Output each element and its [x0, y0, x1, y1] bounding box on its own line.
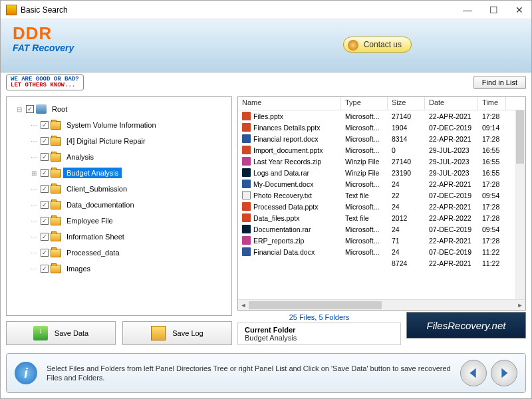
tree-checkbox[interactable]: ✓: [26, 105, 34, 113]
tree-checkbox[interactable]: ✓: [41, 153, 49, 161]
find-in-list-button[interactable]: Find in List: [473, 76, 526, 89]
save-log-button[interactable]: Save Log: [122, 321, 232, 345]
tree-root[interactable]: ⊟ ✓ Root: [9, 101, 229, 117]
list-row[interactable]: Logs and Data.rarWinzip File2319029-JUL-…: [238, 167, 525, 178]
minimize-button[interactable]: —: [460, 5, 475, 15]
col-name[interactable]: Name: [238, 97, 341, 110]
list-row[interactable]: Processed Data.pptxMicrosoft...2422-APR-…: [238, 201, 525, 212]
list-row[interactable]: Documentation.rarMicrosoft...2407-DEC-20…: [238, 223, 525, 235]
save-data-button[interactable]: Save Data: [6, 321, 116, 345]
tree-checkbox[interactable]: ✓: [41, 249, 49, 257]
list-row[interactable]: My-Document.docxMicrosoft...2422-APR-202…: [238, 178, 525, 190]
list-row[interactable]: Finances Details.pptxMicrosoft...190407-…: [238, 122, 525, 133]
folder-icon: [51, 185, 61, 194]
tree-connector: ⋯: [29, 122, 39, 129]
footer: i Select Files and Folders from left Pan…: [6, 353, 526, 393]
tree-expand-icon[interactable]: ⊞: [29, 170, 39, 177]
scroll-right-icon[interactable]: ►: [515, 302, 525, 309]
cell-date: 22-APR-2021: [425, 237, 478, 245]
tree-item[interactable]: ⋯✓System Volume Information: [9, 117, 229, 133]
ps-file-icon: [242, 168, 251, 177]
cell-time: 09:54: [478, 225, 506, 233]
cell-type: Microsoft...: [341, 146, 388, 154]
tree-checkbox[interactable]: ✓: [41, 265, 49, 273]
cell-type: Microsoft...: [341, 135, 388, 143]
pptx-file-icon: [242, 112, 251, 120]
file-list[interactable]: Name Type Size Date Time Files.pptxMicro…: [237, 96, 526, 311]
save-log-icon: [151, 326, 166, 340]
scrollbar-thumb[interactable]: [249, 301, 382, 309]
footer-text: Select Files and Folders from left Panel…: [47, 364, 460, 382]
tree-item[interactable]: ⋯✓Analysis: [9, 149, 229, 165]
drive-icon: [36, 104, 47, 114]
current-folder-box: Current Folder Budget Analysis: [237, 323, 401, 345]
tree-checkbox[interactable]: ✓: [41, 137, 49, 145]
pptx-file-icon: [242, 146, 251, 154]
list-row[interactable]: Import_document.pptxMicrosoft...029-JUL-…: [238, 144, 525, 156]
maximize-button[interactable]: ☐: [487, 5, 501, 15]
tree-connector: ⋯: [29, 201, 39, 209]
vertical-scrollbar[interactable]: [515, 110, 525, 299]
cell-date: 22-APR-2021: [425, 180, 478, 188]
back-button[interactable]: [460, 360, 487, 386]
list-row[interactable]: Financial report.docxMicrosoft...831422-…: [238, 133, 525, 144]
cell-date: 29-JUL-2023: [425, 158, 478, 166]
tree-item[interactable]: ⋯✓Data_documentation: [9, 197, 229, 213]
tree-item[interactable]: ⋯✓Employee File: [9, 213, 229, 229]
tree-checkbox[interactable]: ✓: [41, 169, 49, 177]
current-folder-value: Budget Analysis: [245, 334, 394, 342]
zip-file-icon: [242, 236, 251, 245]
scroll-left-icon[interactable]: ◄: [238, 302, 249, 309]
folder-icon: [51, 217, 61, 225]
list-body: Files.pptxMicrosoft...2714022-APR-202117…: [238, 110, 525, 299]
list-row[interactable]: 872422-APR-202111:22: [238, 257, 525, 269]
cell-time: 17:28: [478, 112, 506, 120]
cell-name: Financial Data.docx: [238, 247, 341, 256]
current-folder-title: Current Folder: [245, 326, 394, 334]
list-row[interactable]: ERP_reports.zipMicrosoft...7122-APR-2021…: [238, 235, 525, 246]
list-row[interactable]: Financial Data.docxMicrosoft...2407-DEC-…: [238, 246, 525, 257]
tree-connector: ⋯: [29, 186, 39, 193]
tree-item[interactable]: ⋯✓Processed_data: [9, 245, 229, 261]
list-row[interactable]: Last Year Records.zipWinzip File2714029-…: [238, 156, 525, 167]
tree-item[interactable]: ⋯✓Information Sheet: [9, 229, 229, 245]
forward-button[interactable]: [491, 360, 517, 386]
col-size[interactable]: Size: [388, 97, 425, 110]
horizontal-scrollbar[interactable]: ◄ ►: [238, 299, 525, 310]
list-row[interactable]: Files.pptxMicrosoft...2714022-APR-202117…: [238, 110, 525, 122]
list-row[interactable]: Photo Recovery.txtText file2207-DEC-2019…: [238, 190, 525, 201]
tree-collapse-icon[interactable]: ⊟: [15, 106, 24, 113]
folder-icon: [51, 265, 61, 273]
contact-us-button[interactable]: Contact us: [343, 37, 412, 53]
cell-time: 17:28: [478, 180, 506, 188]
close-button[interactable]: ✕: [513, 5, 526, 15]
scrollbar-track[interactable]: [249, 301, 515, 309]
col-date[interactable]: Date: [425, 97, 478, 110]
tree-item-label: Information Sheet: [63, 231, 128, 242]
scrollbar-thumb[interactable]: [516, 110, 524, 164]
cell-date: 07-DEC-2019: [425, 124, 478, 132]
list-row[interactable]: Data_files.pptxText file201222-APR-20221…: [238, 212, 525, 223]
tree-checkbox[interactable]: ✓: [41, 217, 49, 225]
col-type[interactable]: Type: [341, 97, 388, 110]
rate-line2: LET OTHERS KNOW...: [11, 82, 79, 88]
zip-file-icon: [242, 157, 251, 166]
cell-type: Microsoft...: [341, 203, 388, 211]
tree-checkbox[interactable]: ✓: [41, 201, 49, 209]
tree-checkbox[interactable]: ✓: [41, 185, 49, 193]
tree-item[interactable]: ⊞✓Budget Analysis: [9, 165, 229, 181]
tree-item-label: Analysis: [63, 152, 97, 162]
folder-tree[interactable]: ⊟ ✓ Root ⋯✓System Volume Information⋯✓[4…: [6, 96, 232, 316]
tree-item[interactable]: ⋯✓[4] Digital Picture Repair: [9, 133, 229, 149]
cell-time: 11:22: [478, 248, 506, 256]
cell-date: 22-APR-2021: [425, 259, 478, 267]
cell-name: Financial report.docx: [238, 134, 341, 143]
rate-us-badge[interactable]: WE ARE GOOD OR BAD? LET OTHERS KNOW...: [6, 74, 84, 90]
cell-time: 17:28: [478, 214, 506, 222]
brand-logo: FilesRecovery.net: [406, 312, 526, 338]
tree-checkbox[interactable]: ✓: [41, 233, 49, 241]
col-time[interactable]: Time: [478, 97, 506, 110]
tree-checkbox[interactable]: ✓: [41, 121, 49, 129]
tree-item[interactable]: ⋯✓Images: [9, 261, 229, 277]
tree-item[interactable]: ⋯✓Client_Submission: [9, 181, 229, 197]
